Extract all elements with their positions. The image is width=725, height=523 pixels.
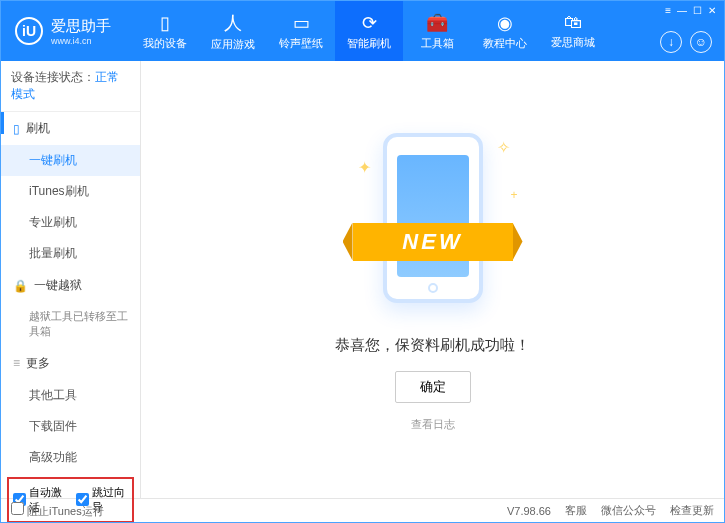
sidebar-item-other-tools[interactable]: 其他工具 — [1, 380, 140, 411]
sidebar-item-batch-flash[interactable]: 批量刷机 — [1, 238, 140, 269]
lock-icon: 🔒 — [13, 279, 28, 293]
sidebar-item-download-fw[interactable]: 下载固件 — [1, 411, 140, 442]
main-nav: ▯我的设备 人应用游戏 ▭铃声壁纸 ⟳智能刷机 🧰工具箱 ◉教程中心 🛍爱思商城 — [131, 1, 607, 61]
success-message: 恭喜您，保资料刷机成功啦！ — [335, 336, 530, 355]
title-bar: iU 爱思助手 www.i4.cn ▯我的设备 人应用游戏 ▭铃声壁纸 ⟳智能刷… — [1, 1, 724, 61]
sidebar: 设备连接状态：正常模式 ▯ 刷机 一键刷机 iTunes刷机 专业刷机 批量刷机… — [1, 61, 141, 498]
confirm-button[interactable]: 确定 — [395, 371, 471, 403]
nav-apps[interactable]: 人应用游戏 — [199, 1, 267, 61]
nav-tutorials[interactable]: ◉教程中心 — [471, 1, 539, 61]
wechat-link[interactable]: 微信公众号 — [601, 503, 656, 518]
nav-my-device[interactable]: ▯我的设备 — [131, 1, 199, 61]
toolbox-icon: 🧰 — [426, 12, 448, 34]
phone-illustration: ✦ ✧ + NEW — [368, 128, 498, 318]
tutorial-icon: ◉ — [497, 12, 513, 34]
nav-smart-flash[interactable]: ⟳智能刷机 — [335, 1, 403, 61]
section-more[interactable]: ≡ 更多 — [1, 347, 140, 380]
store-icon: 🛍 — [564, 12, 582, 33]
nav-ringtones[interactable]: ▭铃声壁纸 — [267, 1, 335, 61]
jailbreak-note: 越狱工具已转移至工具箱 — [1, 302, 140, 347]
sidebar-item-oneclick-flash[interactable]: 一键刷机 — [1, 145, 140, 176]
customer-service-link[interactable]: 客服 — [565, 503, 587, 518]
new-ribbon: NEW — [353, 223, 513, 261]
user-icon[interactable]: ☺ — [690, 31, 712, 53]
flash-icon: ⟳ — [362, 12, 377, 34]
section-jailbreak[interactable]: 🔒 一键越狱 — [1, 269, 140, 302]
app-url: www.i4.cn — [51, 36, 111, 46]
main-content: ✦ ✧ + NEW 恭喜您，保资料刷机成功啦！ 确定 查看日志 — [141, 61, 724, 498]
check-update-link[interactable]: 检查更新 — [670, 503, 714, 518]
sidebar-item-itunes-flash[interactable]: iTunes刷机 — [1, 176, 140, 207]
sidebar-item-advanced[interactable]: 高级功能 — [1, 442, 140, 473]
download-icon[interactable]: ↓ — [660, 31, 682, 53]
sidebar-item-pro-flash[interactable]: 专业刷机 — [1, 207, 140, 238]
app-name: 爱思助手 — [51, 17, 111, 36]
minimize-icon[interactable]: — — [677, 5, 687, 16]
close-icon[interactable]: ✕ — [708, 5, 716, 16]
nav-store[interactable]: 🛍爱思商城 — [539, 1, 607, 61]
logo-area: iU 爱思助手 www.i4.cn — [1, 17, 131, 46]
version-label: V7.98.66 — [507, 505, 551, 517]
sparkle-icon: + — [510, 188, 517, 202]
view-log-link[interactable]: 查看日志 — [411, 417, 455, 432]
menu-icon[interactable]: ≡ — [665, 5, 671, 16]
maximize-icon[interactable]: ☐ — [693, 5, 702, 16]
app-logo-icon: iU — [15, 17, 43, 45]
checkbox-block-itunes[interactable]: 阻止iTunes运行 — [11, 502, 104, 519]
nav-toolbox[interactable]: 🧰工具箱 — [403, 1, 471, 61]
section-flash[interactable]: ▯ 刷机 — [1, 112, 140, 145]
wallpaper-icon: ▭ — [293, 12, 310, 34]
sparkle-icon: ✧ — [497, 138, 510, 157]
apps-icon: 人 — [224, 11, 242, 35]
phone-small-icon: ▯ — [13, 122, 20, 136]
sparkle-icon: ✦ — [358, 158, 371, 177]
device-status: 设备连接状态：正常模式 — [1, 61, 140, 112]
phone-icon: ▯ — [160, 12, 170, 34]
more-icon: ≡ — [13, 356, 20, 370]
window-controls: ≡ — ☐ ✕ — [665, 5, 716, 16]
